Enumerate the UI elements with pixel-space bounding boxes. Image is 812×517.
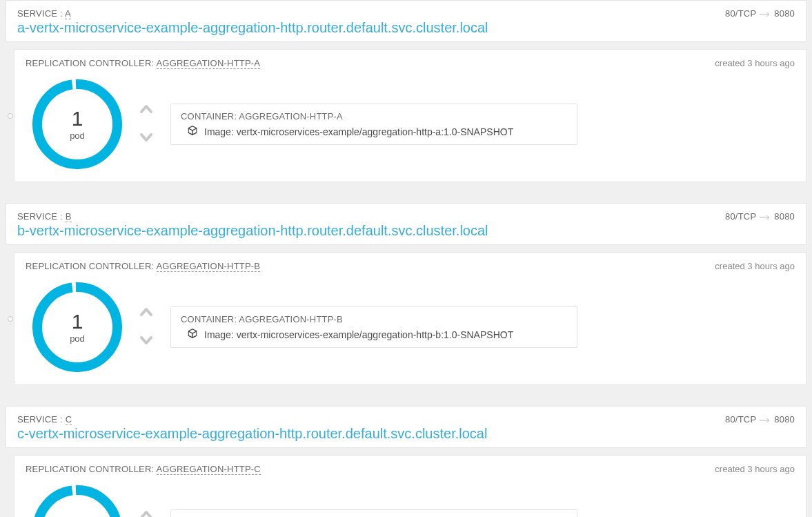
scale-up-button[interactable] [139,305,154,321]
arrow-right-icon [759,211,771,222]
pod-center: 1 pod [32,485,122,517]
port-from: 80/TCP [725,414,756,425]
replication-controller-block: REPLICATION CONTROLLER: AGGREGATION-HTTP… [14,252,806,385]
service-label-row: SERVICE : B 80/TCP8080 [17,211,795,222]
service-url-link[interactable]: b-vertx-microservice-example-aggregation… [17,223,488,239]
port-to: 8080 [774,8,795,19]
rc-body: 1 pod CONTAINER: AGGREGATION-HTTP-A [26,74,795,182]
rc-created-label: created 3 hours ago [715,464,795,474]
scale-down-button[interactable] [139,130,154,146]
scale-controls [139,508,154,517]
rc-header: REPLICATION CONTROLLER: AGGREGATION-HTTP… [26,464,795,474]
rc-header: REPLICATION CONTROLLER: AGGREGATION-HTTP… [26,58,795,68]
pod-label: pod [70,130,85,141]
pod-count: 1 [72,514,83,518]
chevron-down-icon [139,130,154,146]
rc-title-prefix: REPLICATION CONTROLLER: [26,58,157,68]
rc-title-prefix: REPLICATION CONTROLLER: [26,464,157,474]
container-image-text: Image: vertx-microservices-example/aggre… [204,126,513,137]
port-to: 8080 [774,211,795,222]
container-box: CONTAINER: AGGREGATION-HTTP-A Image: ver… [170,104,577,145]
service-label-row: SERVICE : A 80/TCP8080 [17,8,795,19]
rc-title: REPLICATION CONTROLLER: AGGREGATION-HTTP… [26,261,260,271]
service-header: SERVICE : B 80/TCP8080 b-vertx-microserv… [6,203,806,245]
rc-name-link[interactable]: AGGREGATION-HTTP-C [157,464,261,475]
port-to: 8080 [774,414,795,425]
container-title: CONTAINER: AGGREGATION-HTTP-B [181,314,567,324]
container-box: CONTAINER: AGGREGATION-HTTP-C Image: ver… [170,509,577,517]
arrow-right-icon [759,8,771,19]
pod-label: pod [70,333,85,344]
chevron-up-icon [139,305,154,321]
chevron-down-icon [139,333,154,349]
scale-down-button[interactable] [139,333,154,349]
service-url-link[interactable]: c-vertx-microservice-example-aggregation… [17,426,487,442]
service-label-prefix: SERVICE : [17,414,66,425]
scale-controls [139,305,154,349]
service-label-row: SERVICE : C 80/TCP8080 [17,413,795,425]
container-image-row: Image: vertx-microservices-example/aggre… [181,126,567,137]
chevron-up-icon [139,508,154,517]
port-mapping: 80/TCP8080 [725,211,795,222]
service-header: SERVICE : A 80/TCP8080 a-vertx-microserv… [6,0,806,42]
service-name-link[interactable]: B [66,211,72,222]
service-url-link[interactable]: a-vertx-microservice-example-aggregation… [17,20,488,36]
pod-count: 1 [72,108,83,129]
container-box: CONTAINER: AGGREGATION-HTTP-B Image: ver… [170,306,577,348]
container-title: CONTAINER: AGGREGATION-HTTP-A [181,111,567,121]
pod-donut-chart[interactable]: 1 pod [32,485,122,517]
scale-up-button[interactable] [139,102,154,118]
container-image-text: Image: vertx-microservices-example/aggre… [204,329,513,340]
rc-name-link[interactable]: AGGREGATION-HTTP-A [157,58,261,69]
service-label-prefix: SERVICE : [17,8,65,19]
port-from: 80/TCP [725,211,756,222]
port-mapping: 80/TCP8080 [725,413,795,425]
pod-donut-chart[interactable]: 1 pod [32,79,122,169]
pod-center: 1 pod [32,282,122,372]
rc-header: REPLICATION CONTROLLER: AGGREGATION-HTTP… [26,261,795,271]
scale-controls [139,102,154,146]
service-label-prefix: SERVICE : [17,211,66,222]
service-block: SERVICE : A 80/TCP8080 a-vertx-microserv… [0,0,812,182]
rc-body: 1 pod CONTAINER: AGGREGATION-HTTP-B [26,277,795,384]
pod-center: 1 pod [32,79,122,169]
service-label: SERVICE : C [17,414,72,425]
connector-dot-icon [8,316,13,322]
connector-dot-icon [8,113,13,119]
service-block: SERVICE : C 80/TCP8080 c-vertx-microserv… [0,406,812,517]
cube-icon [188,126,197,137]
pod-donut-chart[interactable]: 1 pod [32,282,122,372]
scale-up-button[interactable] [139,508,154,517]
arrow-right-icon [759,414,771,425]
replication-controller-block: REPLICATION CONTROLLER: AGGREGATION-HTTP… [14,49,806,182]
chevron-up-icon [139,102,154,118]
service-block: SERVICE : B 80/TCP8080 b-vertx-microserv… [0,203,812,385]
service-label: SERVICE : B [17,211,72,222]
container-image-row: Image: vertx-microservices-example/aggre… [181,329,567,340]
service-name-link[interactable]: C [66,414,72,425]
service-name-link[interactable]: A [65,8,71,19]
cube-icon [188,329,197,340]
port-from: 80/TCP [725,8,756,19]
rc-title: REPLICATION CONTROLLER: AGGREGATION-HTTP… [26,464,261,474]
pod-count: 1 [72,311,83,332]
rc-created-label: created 3 hours ago [715,58,795,68]
rc-title: REPLICATION CONTROLLER: AGGREGATION-HTTP… [26,58,260,68]
rc-name-link[interactable]: AGGREGATION-HTTP-B [157,261,261,272]
rc-created-label: created 3 hours ago [715,261,795,271]
port-mapping: 80/TCP8080 [725,8,795,19]
rc-body: 1 pod CONTAINER: AGGREGATION-HTTP-C [26,480,795,517]
service-label: SERVICE : A [17,8,71,19]
replication-controller-block: REPLICATION CONTROLLER: AGGREGATION-HTTP… [14,455,806,517]
rc-title-prefix: REPLICATION CONTROLLER: [26,261,157,271]
service-header: SERVICE : C 80/TCP8080 c-vertx-microserv… [6,406,806,448]
